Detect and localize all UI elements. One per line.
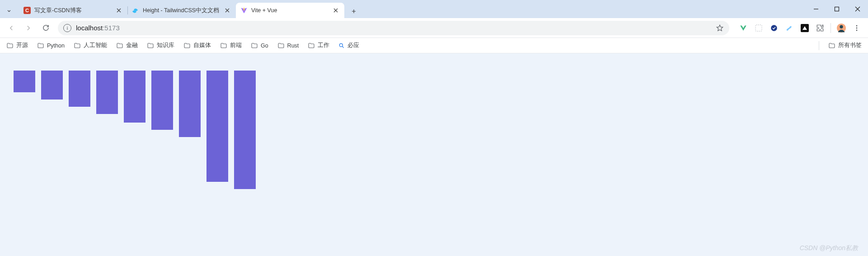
divider — [830, 23, 831, 33]
close-window-button[interactable] — [847, 0, 868, 18]
extension-icon[interactable] — [784, 23, 794, 33]
forward-button[interactable] — [21, 20, 36, 36]
bar-item — [234, 71, 256, 189]
bookmark-label: Python — [47, 43, 65, 49]
avatar-icon — [836, 23, 846, 33]
bookmark-label: 工作 — [318, 42, 329, 49]
csdn-favicon-icon: C — [23, 7, 31, 14]
tab-csdn[interactable]: C 写文章-CSDN博客 — [19, 3, 127, 18]
close-icon — [855, 6, 860, 12]
bookmark-label: Go — [261, 43, 268, 49]
arrow-left-icon — [7, 24, 15, 32]
all-bookmarks-label: 所有书签 — [838, 42, 862, 49]
back-button[interactable] — [4, 20, 19, 36]
tab-close-button[interactable] — [115, 6, 123, 14]
svg-rect-1 — [755, 25, 762, 31]
kebab-icon — [853, 24, 860, 32]
bookmark-folder[interactable]: Rust — [277, 42, 299, 49]
bookmark-folder[interactable]: 知识库 — [147, 42, 174, 49]
folder-icon — [74, 42, 81, 49]
tab-close-button[interactable] — [223, 6, 231, 14]
tabs-dropdown-button[interactable] — [2, 4, 16, 18]
profile-avatar-button[interactable] — [836, 23, 846, 33]
tab-title: 写文章-CSDN博客 — [34, 7, 115, 14]
tab-vite-vue[interactable]: Vite + Vue — [236, 3, 344, 18]
extension-icon[interactable] — [754, 23, 764, 33]
minimize-button[interactable] — [806, 0, 826, 18]
maximize-button[interactable] — [826, 0, 847, 18]
new-tab-button[interactable] — [347, 5, 361, 18]
bookmark-folder[interactable]: 自媒体 — [183, 42, 211, 49]
svg-point-5 — [840, 25, 843, 28]
tab-close-button[interactable] — [332, 6, 340, 14]
bookmark-star-button[interactable] — [716, 24, 724, 32]
page-content: CSDN @Python私教 — [0, 53, 868, 256]
bookmark-folder[interactable]: 人工智能 — [74, 42, 107, 49]
folder-icon — [6, 42, 14, 49]
folder-icon — [37, 42, 44, 49]
bookmarks-bar: 开源 Python 人工智能 金融 知识库 自媒体 前端 Go Rust 工作 … — [0, 38, 868, 53]
bookmark-label: Rust — [287, 43, 299, 49]
svg-point-7 — [856, 27, 858, 28]
tailwind-favicon-icon — [132, 7, 139, 14]
extension-icon[interactable] — [800, 23, 810, 33]
maximize-icon — [834, 6, 840, 12]
bookmark-label: 人工智能 — [84, 42, 107, 49]
browser-tabstrip: C 写文章-CSDN博客 Height - TailwindCSS中文文档 Vi… — [0, 0, 868, 18]
reload-button[interactable] — [38, 20, 53, 36]
reload-icon — [42, 24, 50, 32]
tab-title: Vite + Vue — [251, 7, 332, 14]
plus-icon — [351, 8, 357, 14]
close-icon — [225, 8, 230, 13]
minimize-icon — [813, 6, 819, 12]
bookmark-folder[interactable]: 金融 — [116, 42, 138, 49]
bar-item — [124, 71, 145, 123]
close-icon — [117, 8, 121, 13]
arrow-right-icon — [24, 24, 33, 32]
bar-item — [151, 71, 173, 130]
divider — [819, 41, 819, 50]
bookmark-folder[interactable]: Python — [37, 42, 65, 49]
folder-icon — [308, 42, 315, 49]
bar-item — [179, 71, 201, 137]
svg-point-9 — [340, 43, 343, 47]
bar-item — [14, 71, 35, 92]
folder-icon — [220, 42, 227, 49]
folder-icon — [251, 42, 258, 49]
svg-point-8 — [856, 29, 858, 31]
bar-item — [69, 71, 90, 107]
bars-chart — [0, 53, 868, 189]
all-bookmarks-button[interactable]: 所有书签 — [828, 42, 862, 49]
bookmark-folder[interactable]: 开源 — [6, 42, 28, 49]
bookmark-label: 必应 — [347, 42, 359, 49]
folder-icon — [277, 42, 285, 49]
bookmark-folder[interactable]: Go — [251, 42, 268, 49]
bookmark-folder[interactable]: 前端 — [220, 42, 242, 49]
vue-devtools-extension-icon[interactable] — [738, 23, 748, 33]
star-icon — [716, 24, 724, 32]
url-text: localhost:5173 — [76, 24, 716, 32]
bookmark-bing[interactable]: 必应 — [338, 42, 359, 49]
folder-icon — [116, 42, 123, 49]
svg-point-6 — [856, 25, 858, 26]
omnibox[interactable]: i localhost:5173 — [58, 21, 729, 35]
extension-icon[interactable] — [769, 23, 779, 33]
extensions-menu-button[interactable] — [815, 23, 825, 33]
svg-rect-0 — [835, 7, 839, 11]
search-icon — [338, 43, 345, 49]
bookmark-label: 自媒体 — [193, 42, 211, 49]
bookmark-label: 前端 — [230, 42, 242, 49]
folder-icon — [183, 42, 191, 49]
chrome-menu-button[interactable] — [852, 23, 862, 33]
tab-tailwind[interactable]: Height - TailwindCSS中文文档 — [127, 3, 236, 18]
window-controls — [806, 0, 868, 18]
vite-favicon-icon — [240, 7, 248, 14]
watermark-text: CSDN @Python私教 — [800, 244, 858, 252]
bookmark-folder[interactable]: 工作 — [308, 42, 329, 49]
bar-item — [41, 71, 63, 100]
site-info-icon[interactable]: i — [63, 24, 71, 32]
folder-icon — [828, 42, 835, 49]
svg-point-2 — [771, 25, 777, 31]
tab-title: Height - TailwindCSS中文文档 — [143, 7, 223, 14]
address-bar: i localhost:5173 — [0, 18, 868, 38]
